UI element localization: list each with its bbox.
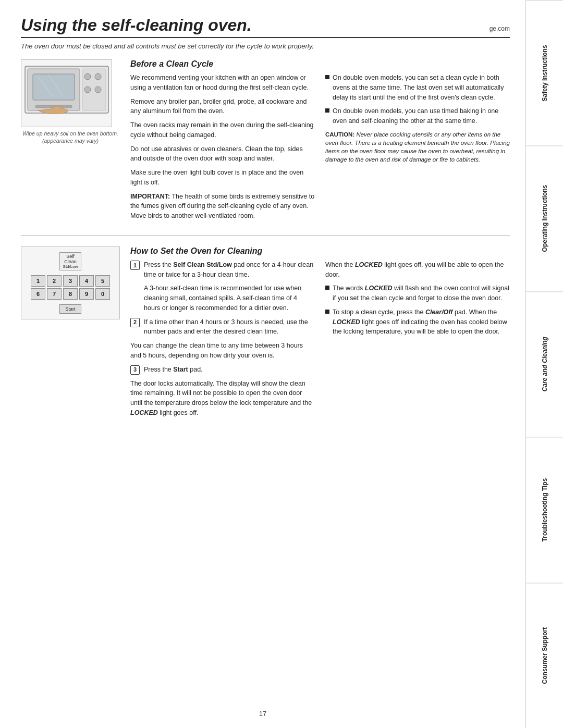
sidebar-tab-consumer[interactable]: Consumer Support — [526, 583, 563, 728]
section1-bullet-1: On double oven models, you can use timed… — [325, 106, 510, 126]
oven-caption: Wipe up heavy soil on the oven bottom. (… — [21, 130, 120, 144]
section1-cols: We recommend venting your kitchen with a… — [130, 73, 510, 225]
section1-important: IMPORTANT: The health of some birds is e… — [130, 192, 315, 221]
page-title: Using the self-cleaning oven. — [21, 16, 252, 35]
step1-extra: A 3-hour self-clean time is recommended … — [144, 283, 315, 313]
locked-text: When the LOCKED light goes off, you will… — [325, 260, 510, 280]
oven-illustration — [21, 59, 112, 127]
keypad-grid: 1 2 3 4 5 6 7 8 9 0 — [31, 275, 110, 300]
section2-bullet-0: The words LOCKED will flash and the oven… — [325, 283, 510, 303]
keypad-illustration: Self Clean Std/Low 1 2 3 4 5 6 7 8 9 — [21, 246, 120, 319]
section1-left: Wipe up heavy soil on the oven bottom. (… — [21, 59, 120, 225]
svg-point-9 — [84, 87, 91, 93]
step-3-number: 3 — [130, 365, 140, 375]
step-3: 3 Press the Start pad. — [130, 365, 315, 375]
key-0: 0 — [95, 288, 110, 300]
page-subtitle: The oven door must be closed and all con… — [21, 42, 510, 50]
key-9: 9 — [79, 288, 94, 300]
website-label: ge.com — [489, 25, 510, 32]
section1-para-0: We recommend venting your kitchen with a… — [130, 73, 315, 93]
section2-layout: Self Clean Std/Low 1 2 3 4 5 6 7 8 9 — [21, 246, 510, 422]
section1-heading: Before a Clean Cycle — [130, 59, 510, 69]
step-1: 1 Press the Self Clean Std/Low pad once … — [130, 260, 315, 280]
svg-point-10 — [95, 87, 101, 93]
step-1-text: Press the Self Clean Std/Low pad once fo… — [144, 260, 315, 280]
section1-para-4: Make sure the oven light bulb cover is i… — [130, 168, 315, 188]
sidebar-tab-troubleshooting[interactable]: Troubleshooting Tips — [526, 437, 563, 582]
page-header: Using the self-cleaning oven. ge.com — [21, 16, 510, 38]
section1-text-left: We recommend venting your kitchen with a… — [130, 73, 315, 225]
bullet-icon — [325, 286, 329, 290]
sidebar-tab-care[interactable]: Care and Cleaning — [526, 291, 563, 437]
keypad-top-label: Self Clean Std/Low — [59, 252, 82, 270]
key-1: 1 — [31, 275, 45, 287]
key-2: 2 — [47, 275, 62, 287]
sidebar-tab-safety[interactable]: Safety Instructions — [526, 0, 563, 145]
section2-cols: 1 Press the Self Clean Std/Low pad once … — [130, 260, 510, 422]
section2-right: How to Set the Oven for Cleaning 1 Press… — [130, 246, 510, 422]
svg-point-8 — [95, 73, 101, 80]
step-2: 2 If a time other than 4 hours or 3 hour… — [130, 317, 315, 337]
section1-layout: Wipe up heavy soil on the oven bottom. (… — [21, 59, 510, 225]
section1-bullet-0: On double oven models, you can set a cle… — [325, 73, 510, 102]
key-7: 7 — [47, 288, 62, 300]
step-2-text: If a time other than 4 hours or 3 hours … — [144, 317, 315, 337]
section2-heading: How to Set the Oven for Cleaning — [130, 246, 510, 256]
section2-right-col: When the LOCKED light goes off, you will… — [325, 260, 510, 422]
section1-caution: CAUTION: Never place cooking utensils or… — [325, 130, 510, 164]
page-number: 17 — [259, 710, 266, 718]
sidebar-tab-operating[interactable]: Operating Instructions — [526, 145, 563, 291]
bullet-icon — [325, 75, 329, 79]
section1-para-3: Do not use abrasives or oven cleaners. C… — [130, 144, 315, 164]
key-3: 3 — [63, 275, 78, 287]
section1-text-right: On double oven models, you can set a cle… — [325, 73, 510, 225]
key-5: 5 — [95, 275, 110, 287]
bullet-icon — [325, 108, 329, 113]
section1-right: Before a Clean Cycle We recommend ventin… — [130, 59, 510, 225]
door-lock-text: The door locks automatically. The displa… — [130, 379, 315, 418]
key-4: 4 — [79, 275, 94, 287]
step-1-number: 1 — [130, 261, 140, 270]
section2-left: Self Clean Std/Low 1 2 3 4 5 6 7 8 9 — [21, 246, 120, 422]
step-3-text: Press the Start pad. — [144, 365, 203, 375]
section1-para-1: Remove any broiler pan, broiler grid, pr… — [130, 97, 315, 117]
section2-bullet-1: To stop a clean cycle, press the Clear/O… — [325, 307, 510, 337]
right-sidebar: Safety Instructions Operating Instructio… — [525, 0, 563, 728]
keypad-start-label: Start — [59, 304, 81, 314]
bullet-icon — [325, 310, 329, 314]
key-6: 6 — [31, 288, 45, 300]
key-8: 8 — [63, 288, 78, 300]
section-divider — [21, 236, 510, 236]
time-change-text: You can change the clean time to any tim… — [130, 341, 315, 361]
step-2-number: 2 — [130, 318, 140, 327]
section2-steps: 1 Press the Self Clean Std/Low pad once … — [130, 260, 315, 422]
section1-para-2: The oven racks may remain in the oven du… — [130, 120, 315, 140]
svg-point-7 — [84, 73, 91, 80]
